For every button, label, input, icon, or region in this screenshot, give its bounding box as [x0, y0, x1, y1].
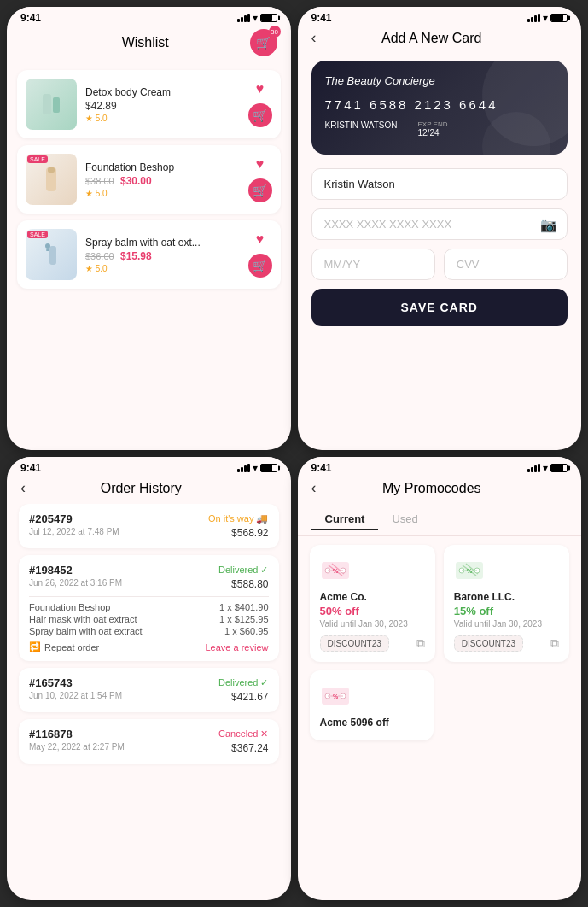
cardholder-name-input[interactable]	[311, 168, 568, 200]
card-brand: The Beauty Concierge	[325, 74, 555, 87]
tab-current[interactable]: Current	[311, 509, 379, 530]
wifi-icon-1: ▾	[253, 12, 258, 24]
copy-button[interactable]: ⧉	[550, 636, 559, 651]
card-number: 7741 6588 2123 6644	[325, 97, 555, 112]
partial-promo-card[interactable]: % Acme 5096 off	[310, 670, 434, 740]
card-screen-title: Add A New Card	[317, 31, 548, 46]
sale-badge: SALE	[27, 231, 48, 238]
wishlist-heart-button[interactable]: ♥	[256, 81, 265, 97]
card-number-input[interactable]	[311, 208, 568, 240]
add-to-cart-button[interactable]: 🛒	[248, 103, 272, 127]
order-header: #116878 Canceled ✕	[29, 728, 269, 740]
promo-card[interactable]: % Barone LLC. 15% off Valid until Jan 30…	[444, 545, 569, 662]
credit-card-visual: The Beauty Concierge 7741 6588 2123 6644…	[311, 61, 568, 155]
order-id: #205479	[29, 512, 73, 525]
order-history-screen: 9:41 ▾ ‹ Order History #205479 On it's w…	[7, 457, 291, 900]
status-bar-1: 9:41 ▾	[7, 7, 291, 26]
svg-text:%: %	[332, 568, 338, 574]
repeat-order-button[interactable]: 🔁 Repeat order	[29, 641, 99, 652]
promo-valid: Valid until Jan 30, 2023	[454, 619, 559, 629]
expiry-cvv-row	[311, 249, 568, 280]
order-amount: $588.80	[231, 578, 268, 591]
copy-button[interactable]: ⧉	[416, 636, 425, 651]
signal-icon-3	[237, 464, 250, 472]
item-actions: ♥ 🛒	[248, 81, 272, 127]
promo-company: Acme 5096 off	[320, 717, 423, 729]
table-row[interactable]: #165743 Delivered ✓ Jun 10, 2022 at 1:54…	[19, 668, 279, 712]
item-rating: ★ 5.0	[85, 189, 240, 198]
list-item: Detox body Cream $42.89 ★ 5.0 ♥ 🛒	[17, 70, 281, 138]
tab-used[interactable]: Used	[378, 509, 431, 530]
order-line-item: Spray balm with oat extract 1 x $60.95	[29, 626, 269, 636]
wishlist-heart-button[interactable]: ♥	[256, 156, 265, 172]
promo-card[interactable]: % Acme Co. 50% off Valid until Jan 30, 2…	[310, 545, 435, 662]
old-price: $38.00	[85, 176, 114, 186]
expiry-input[interactable]	[311, 249, 435, 280]
status-bar-4: 9:41 ▾	[298, 457, 582, 476]
item-name: Spray balm with oat ext...	[85, 237, 240, 249]
svg-text:%: %	[332, 693, 338, 699]
add-to-cart-button[interactable]: 🛒	[248, 178, 272, 202]
table-row[interactable]: #116878 Canceled ✕ May 22, 2022 at 2:27 …	[19, 719, 279, 764]
signal-icon-4	[527, 464, 540, 472]
camera-icon: 📷	[540, 216, 557, 232]
order-date: May 22, 2022 at 2:27 PM	[29, 742, 125, 752]
promo-code-row: DISCOUNT23 ⧉	[320, 635, 425, 652]
item-name: Detox body Cream	[85, 86, 240, 98]
cart-badge: 30	[269, 26, 281, 38]
item-info: Detox body Cream $42.89 ★ 5.0	[85, 86, 240, 123]
table-row[interactable]: #205479 On it's way 🚚 Jul 12, 2022 at 7:…	[19, 504, 279, 548]
order-date: Jun 10, 2022 at 1:54 PM	[29, 691, 122, 700]
item-price: $36.00 $15.98	[85, 250, 240, 262]
status-icons-3: ▾	[237, 462, 277, 474]
status-time-1: 9:41	[20, 12, 41, 24]
new-price: $15.98	[120, 250, 152, 262]
promo-screen-title: My Promocodes	[317, 481, 548, 496]
wishlist-screen: 9:41 ▾ Wishlist 🛒 30 Detox body Cream	[7, 7, 291, 450]
partial-promo-section: % Acme 5096 off	[298, 670, 582, 749]
list-item: SALE Spray balm with oat ext... $36.00 $…	[17, 220, 281, 289]
new-price: $30.00	[120, 175, 152, 187]
svg-rect-3	[48, 167, 55, 173]
list-item: SALE Foundation Beshop $38.00 $30.00 ★ 5…	[17, 145, 281, 214]
status-bar-2: 9:41 ▾	[298, 7, 582, 26]
repeat-icon: 🔁	[29, 641, 41, 652]
card-holder-name: KRISTIN WATSON	[325, 120, 398, 130]
card-form: 📷 SAVE CARD	[298, 161, 582, 333]
old-price: $36.00	[85, 251, 114, 261]
exp-value: 12/24	[418, 128, 440, 138]
promo-company: Acme Co.	[320, 591, 425, 603]
battery-icon-2	[550, 14, 568, 22]
item-info: Foundation Beshop $38.00 $30.00 ★ 5.0	[85, 161, 240, 198]
status-time-2: 9:41	[311, 12, 332, 24]
wishlist-title: Wishlist	[41, 35, 250, 50]
product-image: SALE	[26, 154, 77, 205]
status-icons-1: ▾	[237, 12, 277, 24]
orders-screen-title: Order History	[26, 481, 257, 496]
promo-discount: 50% off	[320, 605, 425, 617]
table-row[interactable]: #198452 Delivered ✓ Jun 26, 2022 at 3:16…	[19, 555, 279, 661]
order-line-item: Hair mask with oat extract 1 x $125.95	[29, 614, 269, 624]
svg-point-6	[45, 243, 50, 249]
promo-tabs: Current Used	[298, 504, 582, 536]
promo-discount: 15% off	[454, 605, 559, 617]
cart-button[interactable]: 🛒 30	[250, 29, 277, 56]
promocodes-screen: 9:41 ▾ ‹ My Promocodes Current Used	[298, 457, 582, 900]
battery-icon-4	[550, 464, 568, 472]
wishlist-heart-button[interactable]: ♥	[256, 231, 265, 247]
promo-code-row: DISCOUNT23 ⧉	[454, 635, 559, 652]
status-bar-3: 9:41 ▾	[7, 457, 291, 476]
promo-ticket-icon: %	[454, 555, 485, 586]
order-header: #165743 Delivered ✓	[29, 676, 269, 689]
order-id: #116878	[29, 728, 73, 740]
wifi-icon-3: ▾	[253, 462, 258, 474]
orders-screen-header: ‹ Order History	[7, 476, 291, 504]
wishlist-items: Detox body Cream $42.89 ★ 5.0 ♥ 🛒 SALE F…	[7, 63, 291, 296]
svg-rect-1	[53, 97, 60, 113]
save-card-button[interactable]: SAVE CARD	[311, 289, 568, 326]
order-actions: 🔁 Repeat order Leave a review	[29, 641, 269, 652]
add-to-cart-button[interactable]: 🛒	[248, 254, 272, 278]
leave-review-button[interactable]: Leave a review	[206, 642, 269, 652]
cvv-input[interactable]	[444, 249, 568, 280]
status-icons-2: ▾	[527, 12, 568, 24]
